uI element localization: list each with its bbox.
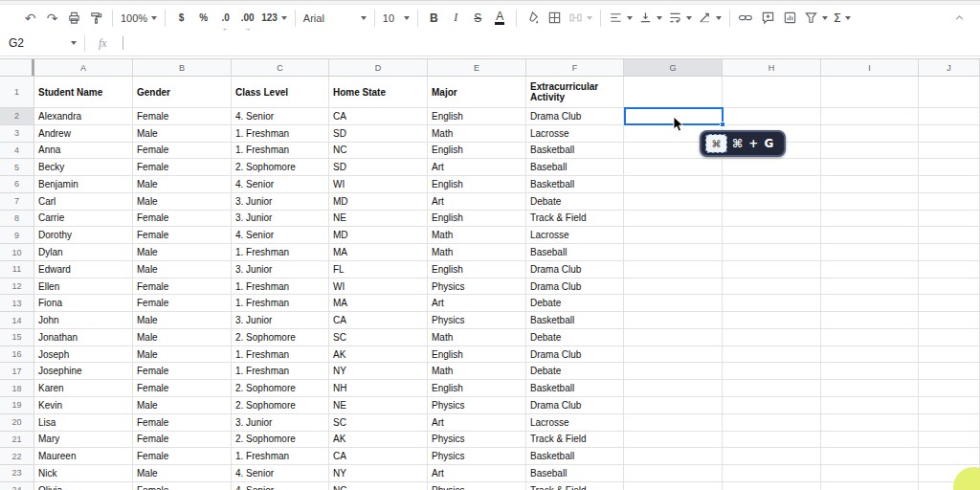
cell-G16[interactable]: [624, 346, 723, 364]
cell-C14[interactable]: 3. Junior: [232, 312, 329, 329]
cell-J18[interactable]: [919, 380, 980, 397]
print-button[interactable]: [63, 8, 85, 29]
cell-A24[interactable]: Olivia: [34, 482, 133, 490]
cell-E8[interactable]: English: [428, 211, 526, 228]
column-header-J[interactable]: J: [919, 59, 980, 76]
column-header-G[interactable]: G: [624, 59, 723, 76]
cell-H6[interactable]: [723, 176, 821, 193]
cell-G1[interactable]: [624, 77, 723, 108]
cell-F7[interactable]: Debate: [526, 193, 624, 211]
cell-I2[interactable]: [821, 108, 919, 125]
cell-B13[interactable]: Female: [133, 295, 232, 312]
cell-B4[interactable]: Female: [133, 143, 232, 160]
cell-E13[interactable]: Art: [428, 295, 526, 312]
cell-H17[interactable]: [723, 363, 821, 380]
cell-G7[interactable]: [624, 193, 723, 211]
cell-J3[interactable]: [919, 125, 980, 143]
cell-I6[interactable]: [821, 176, 919, 193]
cell-F5[interactable]: Baseball: [526, 159, 624, 176]
cell-C4[interactable]: 1. Freshman: [232, 143, 329, 160]
cell-G6[interactable]: [624, 176, 723, 193]
cell-H18[interactable]: [723, 380, 821, 397]
undo-button[interactable]: ↶: [19, 8, 41, 29]
cell-C11[interactable]: 3. Junior: [232, 261, 329, 278]
cell-A18[interactable]: Karen: [34, 380, 133, 397]
cell-I9[interactable]: [821, 227, 919, 244]
cell-F12[interactable]: Drama Club: [526, 278, 624, 296]
cell-C15[interactable]: 2. Sophomore: [232, 329, 329, 346]
row-header-18[interactable]: 18: [0, 380, 34, 397]
cell-B9[interactable]: Female: [133, 227, 232, 244]
cell-A7[interactable]: Carl: [34, 193, 133, 211]
cell-J2[interactable]: [919, 108, 980, 125]
cell-C23[interactable]: 4. Senior: [232, 465, 329, 482]
row-header-5[interactable]: 5: [0, 159, 34, 176]
cell-A21[interactable]: Mary: [34, 432, 133, 449]
cell-I7[interactable]: [821, 193, 919, 211]
cell-D15[interactable]: SC: [329, 329, 428, 346]
cell-D24[interactable]: NC: [329, 482, 428, 490]
cell-E19[interactable]: Physics: [428, 397, 526, 414]
cell-E6[interactable]: English: [428, 176, 526, 193]
filter-button[interactable]: [801, 8, 831, 29]
cell-I15[interactable]: [821, 329, 919, 346]
cell-D20[interactable]: SC: [329, 414, 428, 432]
more-formats-button[interactable]: 123: [258, 8, 290, 29]
vertical-align-button[interactable]: [635, 8, 665, 29]
formula-input[interactable]: [123, 31, 980, 56]
cell-D16[interactable]: AK: [329, 346, 428, 364]
cell-D5[interactable]: SD: [329, 159, 428, 176]
column-header-F[interactable]: F: [526, 59, 624, 76]
cell-H13[interactable]: [723, 295, 821, 312]
cell-A12[interactable]: Ellen: [34, 278, 133, 296]
cell-C21[interactable]: 2. Sophomore: [232, 432, 329, 449]
cell-B21[interactable]: Female: [133, 432, 232, 449]
cell-E7[interactable]: Art: [428, 193, 526, 211]
cell-F6[interactable]: Basketball: [526, 176, 624, 193]
decrease-decimal-button[interactable]: .0←: [214, 8, 236, 29]
cell-H10[interactable]: [723, 244, 821, 261]
cell-B22[interactable]: Female: [133, 448, 232, 465]
cell-A23[interactable]: Nick: [34, 465, 133, 482]
cell-I16[interactable]: [821, 346, 919, 364]
cell-F14[interactable]: Basketball: [526, 312, 624, 329]
cell-B8[interactable]: Female: [133, 211, 232, 228]
row-header-21[interactable]: 21: [0, 432, 34, 449]
cell-F24[interactable]: Track & Field: [526, 482, 624, 490]
cell-B19[interactable]: Male: [133, 397, 232, 414]
cell-H14[interactable]: [723, 312, 821, 329]
cell-A22[interactable]: Maureen: [34, 448, 133, 465]
cell-F3[interactable]: Lacrosse: [526, 125, 624, 143]
cell-E20[interactable]: Art: [428, 414, 526, 432]
cell-A4[interactable]: Anna: [34, 143, 133, 160]
cell-B5[interactable]: Female: [133, 159, 232, 176]
text-wrap-button[interactable]: [665, 8, 695, 29]
cell-E1[interactable]: Major: [428, 77, 526, 108]
cell-J1[interactable]: [919, 77, 980, 108]
row-header-24[interactable]: 24: [0, 482, 34, 490]
cell-C2[interactable]: 4. Senior: [232, 108, 329, 125]
cell-J11[interactable]: [919, 261, 980, 278]
cell-E14[interactable]: Physics: [428, 312, 526, 329]
borders-button[interactable]: [544, 8, 566, 29]
cell-J5[interactable]: [919, 159, 980, 176]
cell-J7[interactable]: [919, 193, 980, 211]
cell-E11[interactable]: English: [428, 261, 526, 278]
functions-button[interactable]: Σ: [831, 8, 854, 29]
cell-D1[interactable]: Home State: [329, 77, 428, 108]
cell-C13[interactable]: 1. Freshman: [232, 295, 329, 312]
cell-C3[interactable]: 1. Freshman: [232, 125, 329, 143]
cell-B10[interactable]: Male: [133, 244, 232, 261]
cell-H5[interactable]: [723, 159, 821, 176]
row-header-4[interactable]: 4: [0, 143, 34, 160]
paint-format-button[interactable]: [85, 8, 107, 29]
cell-I18[interactable]: [821, 380, 919, 397]
cell-F21[interactable]: Track & Field: [526, 432, 624, 449]
cell-F2[interactable]: Drama Club: [526, 108, 624, 125]
row-header-14[interactable]: 14: [0, 312, 34, 329]
cell-H12[interactable]: [723, 278, 821, 296]
cell-H22[interactable]: [723, 448, 821, 465]
italic-button[interactable]: I: [445, 8, 467, 29]
cell-B12[interactable]: Female: [133, 278, 232, 296]
cell-H9[interactable]: [723, 227, 821, 244]
